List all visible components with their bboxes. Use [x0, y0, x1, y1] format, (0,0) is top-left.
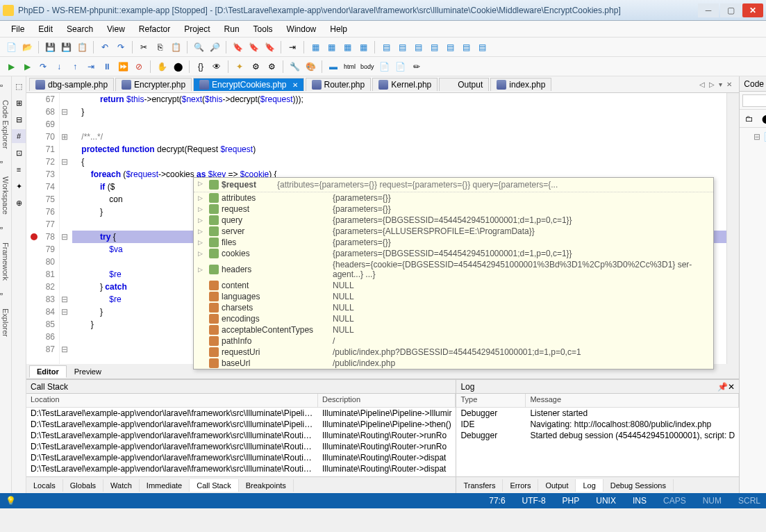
cut-icon[interactable]: ✂: [137, 40, 151, 54]
editor-tab[interactable]: Encrypter.php: [115, 78, 192, 91]
menu-tools[interactable]: Tools: [248, 23, 278, 35]
bottom-tab-output[interactable]: Output: [538, 479, 576, 492]
tooltip-row[interactable]: languagesNULL: [194, 291, 713, 302]
step-out-icon[interactable]: ↑: [68, 60, 82, 74]
tooltip-row[interactable]: pathInfo/: [194, 335, 713, 347]
tooltip-row[interactable]: baseUrl/public/index.php: [194, 358, 713, 369]
tooltip-row[interactable]: charsetsNULL: [194, 302, 713, 313]
tool-b-icon[interactable]: ⊟: [12, 113, 26, 126]
window-maximize-button[interactable]: ▢: [720, 3, 741, 17]
menu-project[interactable]: Project: [178, 23, 215, 35]
bookmark2-icon[interactable]: 🔖: [247, 40, 260, 54]
breakpoint-icon[interactable]: [31, 233, 38, 240]
tool-e-icon[interactable]: ≡: [12, 163, 26, 176]
bottom-tab-errors[interactable]: Errors: [503, 479, 538, 492]
menu-search[interactable]: Search: [61, 23, 99, 35]
bottom-tab-watch[interactable]: Watch: [103, 479, 140, 492]
eval-icon[interactable]: {}: [194, 60, 208, 74]
view4-icon[interactable]: ▤: [427, 40, 441, 54]
rail-icon[interactable]: ▫: [0, 289, 11, 300]
copy-icon[interactable]: 📋: [75, 40, 89, 54]
subtab-editor[interactable]: Editor: [29, 365, 67, 378]
log-col-type[interactable]: Type: [456, 394, 526, 407]
save-all-icon[interactable]: 💾: [59, 40, 73, 54]
tool-d-icon[interactable]: ⊡: [12, 146, 26, 160]
tab-list-icon[interactable]: ▾: [717, 81, 724, 88]
left-rail-explorer[interactable]: Explorer: [0, 303, 11, 342]
tooltip-row[interactable]: ▷server{parameters={ALLUSERSPROFILE=E:\P…: [194, 226, 713, 237]
menu-file[interactable]: File: [6, 23, 30, 35]
copy2-icon[interactable]: ⎘: [153, 40, 167, 54]
step-into-icon[interactable]: ↓: [52, 60, 66, 74]
block2-icon[interactable]: ▦: [324, 40, 338, 54]
hand-icon[interactable]: ✋: [155, 60, 169, 74]
stop-icon[interactable]: ⊘: [132, 60, 146, 74]
undo-icon[interactable]: ↶: [98, 40, 112, 54]
nav-t1-icon[interactable]: 🗀: [742, 112, 756, 126]
open-file-icon[interactable]: 📂: [20, 40, 34, 54]
panel-close-icon[interactable]: ✕: [728, 382, 735, 392]
fold-gutter[interactable]: ⊟ ⊞ ⊟ ⊟ ⊟⊟ ⊟: [60, 93, 69, 364]
tooltip-row[interactable]: ▷cookies{parameters={DBGSESSID=454454294…: [194, 248, 713, 259]
log-row[interactable]: DebuggerStarted debug session (454454294…: [456, 430, 739, 441]
view7-icon[interactable]: ▤: [475, 40, 489, 54]
menu-refactor[interactable]: Refactor: [133, 23, 176, 35]
log-rows[interactable]: DebuggerListener startedIDENavigating: h…: [456, 408, 739, 476]
editor-tab[interactable]: index.php: [490, 78, 551, 91]
watch-icon[interactable]: 👁: [210, 60, 224, 74]
tool-c-icon[interactable]: #: [12, 129, 26, 143]
menu-run[interactable]: Run: [219, 23, 245, 35]
window-minimize-button[interactable]: ─: [698, 3, 719, 17]
tool-f-icon[interactable]: ✦: [12, 179, 26, 193]
new-file-icon[interactable]: 📄: [4, 40, 18, 54]
bottom-tab-immediate[interactable]: Immediate: [140, 479, 190, 492]
tooltip-row[interactable]: ▷files{parameters={}}: [194, 237, 713, 248]
editor-tab[interactable]: EncryptCookies.php✕: [193, 78, 303, 91]
log-row[interactable]: DebuggerListener started: [456, 408, 739, 419]
callstack-row[interactable]: D:\TestLaravel\example-app\vendor\larave…: [26, 441, 456, 452]
tooltip-row[interactable]: acceptableContentTypesNULL: [194, 324, 713, 335]
view1-icon[interactable]: ▤: [379, 40, 393, 54]
menu-view[interactable]: View: [101, 23, 131, 35]
highlight-icon[interactable]: ▬: [326, 60, 340, 74]
bottom-tab-globals[interactable]: Globals: [63, 479, 103, 492]
editor-scrollbar[interactable]: [726, 93, 739, 364]
bottom-tab-log[interactable]: Log: [576, 479, 603, 492]
view5-icon[interactable]: ▤: [443, 40, 457, 54]
tool-a-icon[interactable]: ⊞: [12, 96, 26, 110]
tooltip-rows[interactable]: ▷attributes{parameters={}}▷request{param…: [194, 192, 713, 369]
code-navigator-search[interactable]: [742, 94, 766, 107]
view3-icon[interactable]: ▤: [411, 40, 425, 54]
body-tag-button[interactable]: body: [359, 60, 376, 74]
save-icon[interactable]: 💾: [43, 40, 57, 54]
bookmark3-icon[interactable]: 🔖: [263, 40, 276, 54]
panel-pin-icon[interactable]: 📌: [717, 382, 728, 392]
tab-close-all-icon[interactable]: ✕: [725, 81, 733, 88]
bookmark-icon[interactable]: 🔖: [231, 40, 244, 54]
tool5-icon[interactable]: 🎨: [303, 60, 317, 74]
log-col-message[interactable]: Message: [526, 394, 739, 407]
redo-icon[interactable]: ↷: [114, 40, 128, 54]
tooltip-row[interactable]: ▷headers{headers={cookie={DBGSESSID=4544…: [194, 259, 713, 280]
tool4-icon[interactable]: 🔧: [288, 60, 301, 74]
callstack-row[interactable]: D:\TestLaravel\example-app\vendor\larave…: [26, 408, 456, 419]
callstack-row[interactable]: D:\TestLaravel\example-app\vendor\larave…: [26, 463, 456, 474]
paste-icon[interactable]: 📋: [169, 40, 183, 54]
find-icon[interactable]: 🔍: [192, 40, 206, 54]
tool-g-icon[interactable]: ⊕: [12, 196, 26, 210]
tooltip-row[interactable]: ▷query{parameters={DBGSESSID=45445429451…: [194, 215, 713, 226]
log-row[interactable]: IDENavigating: http://localhost:8080/pub…: [456, 419, 739, 430]
debug-icon[interactable]: ▶: [20, 60, 34, 74]
run-to-cursor-icon[interactable]: ⇥: [84, 60, 98, 74]
html-tag-button[interactable]: html: [342, 60, 357, 74]
menu-edit[interactable]: Edit: [33, 23, 58, 35]
continue-icon[interactable]: ⏩: [116, 60, 130, 74]
find-replace-icon[interactable]: 🔎: [208, 40, 222, 54]
bottom-tab-debug-sessions[interactable]: Debug Sessions: [603, 479, 674, 492]
callstack-rows[interactable]: D:\TestLaravel\example-app\vendor\larave…: [26, 408, 456, 476]
tab-next-icon[interactable]: ▷: [708, 81, 716, 88]
tooltip-row[interactable]: ▷attributes{parameters={}}: [194, 192, 713, 203]
window-close-button[interactable]: ✕: [742, 3, 763, 17]
block3-icon[interactable]: ▦: [340, 40, 354, 54]
bottom-tab-call-stack[interactable]: Call Stack: [190, 479, 239, 492]
